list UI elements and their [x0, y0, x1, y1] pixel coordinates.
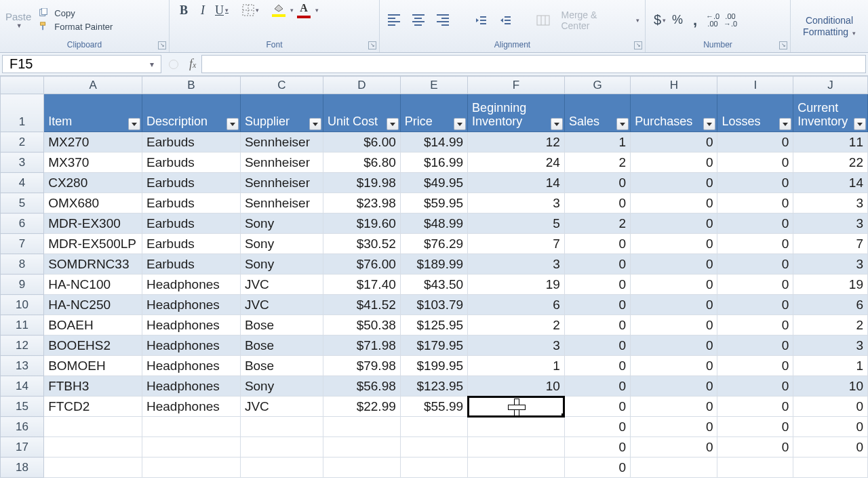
- cell-G11[interactable]: 0: [564, 315, 630, 336]
- cell-J11[interactable]: 2: [793, 315, 868, 336]
- col-header-I[interactable]: I: [717, 77, 793, 94]
- cell-I10[interactable]: 0: [717, 295, 793, 315]
- cell-B13[interactable]: Headphones: [142, 356, 241, 376]
- chevron-down-icon[interactable]: ▾: [290, 7, 294, 14]
- cell-I16[interactable]: 0: [717, 417, 793, 437]
- cell-E18[interactable]: [400, 458, 467, 478]
- cell-D10[interactable]: $41.52: [323, 295, 400, 315]
- cell-F4[interactable]: 14: [468, 173, 565, 193]
- cell-G9[interactable]: 0: [564, 274, 630, 295]
- col-header-A[interactable]: A: [44, 77, 142, 94]
- cell-J10[interactable]: 6: [793, 295, 868, 315]
- cell-G12[interactable]: 0: [564, 336, 630, 356]
- cell-A4[interactable]: CX280: [44, 173, 142, 193]
- cell-I17[interactable]: 0: [717, 437, 793, 458]
- table-header-G[interactable]: Sales: [564, 94, 630, 132]
- cell-C7[interactable]: Sony: [240, 234, 323, 254]
- cell-H11[interactable]: 0: [631, 315, 717, 336]
- cell-E12[interactable]: $179.95: [400, 336, 467, 356]
- cell-C15[interactable]: JVC: [240, 396, 323, 417]
- cell-F18[interactable]: [468, 458, 565, 478]
- cell-G5[interactable]: 0: [564, 193, 630, 214]
- row-header-5[interactable]: 5: [1, 193, 44, 214]
- cell-H12[interactable]: 0: [631, 336, 717, 356]
- fill-color-button[interactable]: [270, 1, 288, 19]
- col-header-J[interactable]: J: [793, 77, 868, 94]
- cell-E2[interactable]: $14.99: [400, 132, 467, 152]
- cell-H14[interactable]: 0: [631, 376, 717, 396]
- cell-G14[interactable]: 0: [564, 376, 630, 396]
- cell-B11[interactable]: Headphones: [142, 315, 241, 336]
- cell-H4[interactable]: 0: [631, 173, 717, 193]
- cell-E7[interactable]: $76.29: [400, 234, 467, 254]
- spreadsheet-grid[interactable]: ABCDEFGHIJ 1ItemDescriptionSupplierUnit …: [0, 76, 868, 478]
- cell-B5[interactable]: Earbuds: [142, 193, 241, 214]
- dialog-launcher-icon[interactable]: ↘: [368, 41, 376, 49]
- cell-F5[interactable]: 3: [468, 193, 565, 214]
- row-header-14[interactable]: 14: [1, 376, 44, 396]
- underline-button[interactable]: U▾: [213, 1, 231, 19]
- font-color-button[interactable]: A: [295, 1, 313, 19]
- cell-B9[interactable]: Headphones: [142, 274, 241, 295]
- cell-C2[interactable]: Sennheiser: [240, 132, 323, 152]
- cell-A2[interactable]: MX270: [44, 132, 142, 152]
- cell-C14[interactable]: Sony: [240, 376, 323, 396]
- cell-I7[interactable]: 0: [717, 234, 793, 254]
- cell-H5[interactable]: 0: [631, 193, 717, 214]
- cell-J13[interactable]: 1: [793, 356, 868, 376]
- cell-I15[interactable]: 0: [717, 396, 793, 417]
- col-header-D[interactable]: D: [323, 77, 400, 94]
- decrease-indent-button[interactable]: [472, 12, 490, 29]
- cell-B12[interactable]: Headphones: [142, 336, 241, 356]
- cell-B6[interactable]: Earbuds: [142, 214, 241, 234]
- cell-B14[interactable]: Headphones: [142, 376, 241, 396]
- cell-D9[interactable]: $17.40: [323, 274, 400, 295]
- cell-H2[interactable]: 0: [631, 132, 717, 152]
- cell-C3[interactable]: Sennheiser: [240, 152, 323, 173]
- cell-I18[interactable]: [717, 458, 793, 478]
- cell-D2[interactable]: $6.00: [323, 132, 400, 152]
- cell-C8[interactable]: Sony: [240, 254, 323, 274]
- paste-button[interactable]: Paste ▼: [5, 11, 35, 29]
- chevron-down-icon[interactable]: ▾: [315, 7, 319, 14]
- align-right-button[interactable]: [434, 12, 452, 29]
- italic-button[interactable]: I: [194, 1, 212, 19]
- table-header-B[interactable]: Description: [142, 94, 241, 132]
- filter-button[interactable]: [854, 118, 866, 130]
- cell-H7[interactable]: 0: [631, 234, 717, 254]
- cell-J2[interactable]: 11: [793, 132, 868, 152]
- cell-I5[interactable]: 0: [717, 193, 793, 214]
- row-header-12[interactable]: 12: [1, 336, 44, 356]
- filter-button[interactable]: [703, 118, 715, 130]
- cell-C12[interactable]: Bose: [240, 336, 323, 356]
- cell-H6[interactable]: 0: [631, 214, 717, 234]
- cell-F9[interactable]: 19: [468, 274, 565, 295]
- row-header-7[interactable]: 7: [1, 234, 44, 254]
- chevron-down-icon[interactable]: ▾: [636, 17, 639, 24]
- table-header-E[interactable]: Price: [400, 94, 467, 132]
- increase-decimal-button[interactable]: ←.0.00: [704, 12, 722, 29]
- filter-button[interactable]: [309, 118, 321, 130]
- row-header-8[interactable]: 8: [1, 254, 44, 274]
- row-header-17[interactable]: 17: [1, 437, 44, 458]
- name-box[interactable]: F15 ▾: [2, 55, 161, 73]
- cell-H18[interactable]: [631, 458, 717, 478]
- cell-C18[interactable]: [240, 458, 323, 478]
- col-header-C[interactable]: C: [240, 77, 323, 94]
- cell-J15[interactable]: 0: [793, 396, 868, 417]
- cell-D14[interactable]: $56.98: [323, 376, 400, 396]
- cell-D7[interactable]: $30.52: [323, 234, 400, 254]
- row-header-10[interactable]: 10: [1, 295, 44, 315]
- cell-G15[interactable]: 0: [564, 396, 630, 417]
- col-header-H[interactable]: H: [631, 77, 717, 94]
- cell-D11[interactable]: $50.38: [323, 315, 400, 336]
- col-header-G[interactable]: G: [564, 77, 630, 94]
- cell-A7[interactable]: MDR-EX500LP: [44, 234, 142, 254]
- cell-I9[interactable]: 0: [717, 274, 793, 295]
- dialog-launcher-icon[interactable]: ↘: [634, 41, 642, 49]
- cell-F2[interactable]: 12: [468, 132, 565, 152]
- cell-A5[interactable]: OMX680: [44, 193, 142, 214]
- row-header-15[interactable]: 15: [1, 396, 44, 417]
- cell-C11[interactable]: Bose: [240, 315, 323, 336]
- bold-button[interactable]: B: [175, 1, 193, 19]
